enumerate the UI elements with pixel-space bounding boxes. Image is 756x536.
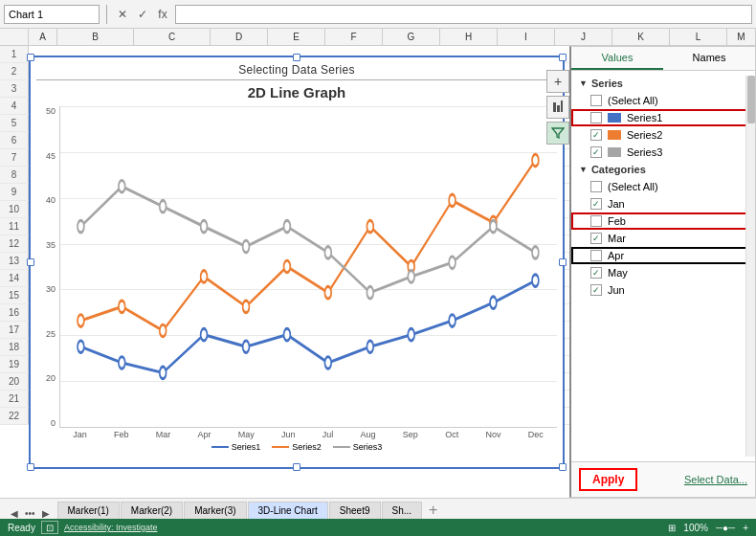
cat-mar-checkbox[interactable] xyxy=(590,233,602,244)
series2-checkbox[interactable] xyxy=(590,129,602,141)
legend-series1-line xyxy=(211,446,229,448)
filter-scroll-area[interactable]: ▼ Series (Select All) Series1 Series2 xyxy=(571,71,755,461)
x-label-apr: Apr xyxy=(197,430,211,439)
name-box[interactable]: Chart 1 xyxy=(4,5,100,24)
svg-point-2 xyxy=(243,341,250,353)
category-feb[interactable]: Feb xyxy=(571,212,755,230)
zoom-slider[interactable]: ─●─ xyxy=(716,523,735,533)
x-label-dec: Dec xyxy=(528,430,544,439)
cat-may-checkbox[interactable] xyxy=(590,267,602,279)
formula-bar: Chart 1 ✕ ✓ fx xyxy=(0,0,756,29)
series-item-series1[interactable]: Series1 xyxy=(571,109,755,126)
x-label-jul: Jul xyxy=(322,430,334,439)
chart-handle-ml[interactable] xyxy=(27,258,34,266)
filter-tab-values[interactable]: Values xyxy=(571,47,663,70)
filter-tab-names[interactable]: Names xyxy=(663,47,755,70)
category-jan[interactable]: Jan xyxy=(571,195,755,212)
sheet-nav-dots[interactable]: ••• xyxy=(22,508,38,519)
add-sheet-button[interactable]: + xyxy=(423,502,443,519)
col-header-b[interactable]: B xyxy=(57,29,134,45)
series-item-series3[interactable]: Series3 xyxy=(571,144,755,161)
series1-label: Series1 xyxy=(627,112,662,123)
filter-panel: Values Names ▼ Series (Select All) Serie xyxy=(569,46,756,498)
category-jun[interactable]: Jun xyxy=(571,281,755,299)
filter-tabs: Values Names xyxy=(571,47,755,71)
cat-apr-label: Apr xyxy=(608,250,624,261)
cat-apr-checkbox[interactable] xyxy=(590,250,602,261)
col-header-e[interactable]: E xyxy=(268,29,325,45)
col-header-h[interactable]: H xyxy=(440,29,498,45)
filter-scrollbar[interactable] xyxy=(745,76,755,457)
chart-handle-bm[interactable] xyxy=(293,463,300,471)
status-icon[interactable]: ⊡ xyxy=(41,521,58,534)
x-label-feb: Feb xyxy=(114,430,129,439)
categories-select-all[interactable]: (Select All) xyxy=(571,178,755,195)
formula-input[interactable] xyxy=(175,5,752,24)
sheet-nav-right[interactable]: ▶ xyxy=(39,508,53,519)
series3-color-swatch xyxy=(608,147,621,157)
col-header-l[interactable]: L xyxy=(670,29,727,45)
col-header-d[interactable]: D xyxy=(211,29,268,45)
sheet-tab-marker2[interactable]: Marker(2) xyxy=(121,502,183,519)
confirm-button[interactable]: ✓ xyxy=(134,6,151,23)
zoom-fit-icon[interactable]: ⊞ xyxy=(668,523,676,533)
col-header-f[interactable]: F xyxy=(325,29,383,45)
chart-filter-button[interactable] xyxy=(546,122,569,145)
zoom-in-icon[interactable]: + xyxy=(743,523,748,533)
category-mar[interactable]: Mar xyxy=(571,230,755,247)
filter-apply-bar: Apply Select Data... xyxy=(571,461,755,497)
series-item-series2[interactable]: Series2 xyxy=(571,126,755,144)
fx-button[interactable]: fx xyxy=(154,6,171,23)
cat-feb-checkbox[interactable] xyxy=(590,215,602,227)
sheet-tab-marker1[interactable]: Marker(1) xyxy=(57,502,120,519)
col-header-k[interactable]: K xyxy=(612,29,670,45)
column-headers: A B C D E F G H I J K L M xyxy=(0,29,756,46)
svg-point-7 xyxy=(449,315,456,327)
sheet-tab-marker3[interactable]: Marker(3) xyxy=(184,502,246,519)
svg-point-1 xyxy=(201,328,208,341)
sheet-tab-3dline[interactable]: 3D-Line Chart xyxy=(248,502,328,519)
sheet-nav-left[interactable]: ◀ xyxy=(8,508,21,519)
svg-point-28 xyxy=(324,247,331,259)
col-header-i[interactable]: I xyxy=(498,29,555,45)
category-may[interactable]: May xyxy=(571,264,755,281)
cat-jun-checkbox[interactable] xyxy=(590,284,602,296)
col-header-c[interactable]: C xyxy=(134,29,211,45)
chart-section-title: Selecting Data Series xyxy=(36,63,557,80)
svg-point-9 xyxy=(532,275,539,287)
series-select-all[interactable]: (Select All) xyxy=(571,92,755,109)
filter-scrollbar-thumb[interactable] xyxy=(747,76,755,123)
chart-handle-tr[interactable] xyxy=(559,54,567,61)
col-header-m[interactable]: M xyxy=(727,29,756,45)
cat-select-all-checkbox[interactable] xyxy=(590,181,602,192)
col-header-g[interactable]: G xyxy=(383,29,440,45)
y-label-0: 0 xyxy=(51,418,56,428)
chart-handle-mr[interactable] xyxy=(559,258,567,266)
y-axis: 50 45 40 35 30 25 20 0 xyxy=(36,106,59,428)
y-label-50: 50 xyxy=(46,106,56,116)
select-data-link[interactable]: Select Data... xyxy=(684,474,747,485)
chart-container[interactable]: Selecting Data Series 2D Line Graph 50 4… xyxy=(29,56,565,469)
apply-button[interactable]: Apply xyxy=(579,468,637,491)
category-apr[interactable]: Apr xyxy=(571,247,755,264)
svg-point-25 xyxy=(201,220,208,233)
series1-checkbox[interactable] xyxy=(590,112,602,123)
sheet-tab-sheet9[interactable]: Sheet9 xyxy=(329,502,381,519)
cancel-button[interactable]: ✕ xyxy=(114,6,131,23)
categories-section-header[interactable]: ▼ Categories xyxy=(571,161,755,178)
series3-checkbox[interactable] xyxy=(590,146,602,158)
series-section-header[interactable]: ▼ Series xyxy=(571,75,755,92)
chart-handle-tm[interactable] xyxy=(293,54,300,61)
x-label-jan: Jan xyxy=(73,430,87,439)
cat-jan-checkbox[interactable] xyxy=(590,198,602,210)
sheet-tab-sh[interactable]: Sh... xyxy=(382,502,423,519)
chart-handle-bl[interactable] xyxy=(27,463,34,471)
chart-style-button[interactable] xyxy=(546,96,569,119)
series-select-all-checkbox[interactable] xyxy=(590,95,602,106)
chart-handle-tl[interactable] xyxy=(27,54,34,61)
chart-handle-br[interactable] xyxy=(559,463,567,471)
svg-point-24 xyxy=(160,200,167,212)
col-header-j[interactable]: J xyxy=(555,29,612,45)
add-element-button[interactable]: + xyxy=(546,70,569,93)
col-header-a[interactable]: A xyxy=(29,29,57,45)
